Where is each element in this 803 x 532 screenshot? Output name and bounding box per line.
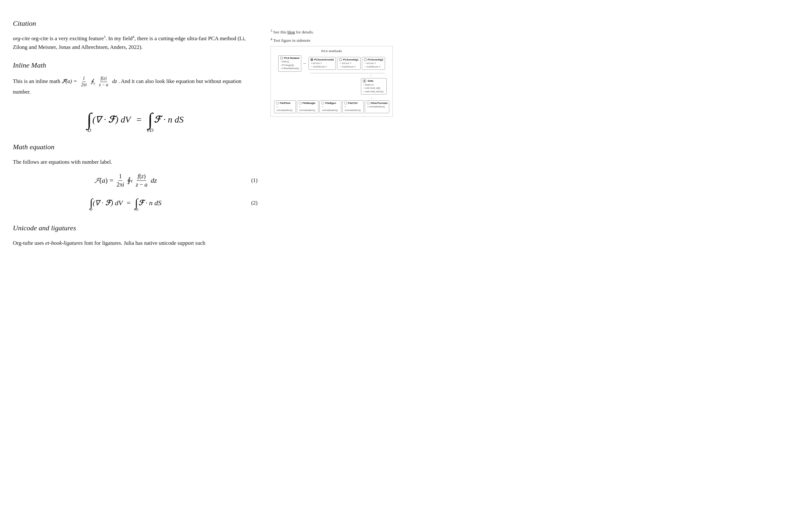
equation-1: 𝓕(a) = 1 2πi ∮γ f(z) z − a dz (1) <box>13 173 258 188</box>
pca-alg1-label: PCAoneAlg1 <box>343 58 358 61</box>
file-csv-item1: normalization() <box>344 105 362 112</box>
data-label: Data <box>368 79 373 82</box>
file-beagle-item1: normalization() <box>299 105 317 112</box>
pca-related-item3: OtherMethods() <box>280 67 299 71</box>
data-item1: Matrix A <box>363 83 385 87</box>
pca-arnold1-icon <box>310 58 313 61</box>
citation-text1: org-cite is a very exciting feature <box>31 35 104 41</box>
unicode-italic1: et-book-ligatures <box>45 240 83 246</box>
other-formats-icon <box>367 102 370 104</box>
pca-alg2-item1: InCore Y <box>364 62 383 65</box>
file-beagle-label: FileBeagle <box>303 102 315 104</box>
unicode-text1: Org-tufte uses <box>13 240 45 246</box>
pca-related-label: PCA Related <box>284 57 299 59</box>
pca-alg1-item1: InCore Y <box>339 62 358 65</box>
pca-alg1-node: PCAoneAlg1 InCore Y OutOfCore Y <box>337 57 360 70</box>
file-plink-icon <box>276 102 279 104</box>
equation-2-number: (2) <box>238 200 258 206</box>
other-formats-item1: normalization() <box>367 105 387 109</box>
unicode-title: Unicode and ligatures <box>13 224 258 232</box>
data-item2: void read_all() <box>363 87 385 90</box>
inline-math-text1: This is an inline math <box>13 78 62 84</box>
sidenote-3-sup: 3 <box>271 28 272 33</box>
math-equation-title: Math equation <box>13 143 258 151</box>
equation-2: x ∫ D (∇ · ℱ) dV = x ∫ ∂D ℱ · n dS (2) <box>13 195 258 211</box>
file-bgen-icon <box>321 102 324 104</box>
main-content: Citation org-cite org-cite is a very exc… <box>13 10 258 253</box>
equation-2-formula: x ∫ D (∇ · ℱ) dV = x ∫ ∂D ℱ · n dS <box>13 195 238 211</box>
sidenote-3-link[interactable]: blog <box>288 30 295 34</box>
inline-math-title: Inline Math <box>13 61 258 70</box>
file-bgen-node: FileBgen normalization() <box>320 100 341 113</box>
sidenote-4: 4 Test figure in sidenote <box>271 37 406 44</box>
unicode-text2: font for ligatures. Julia has native uni… <box>83 240 205 246</box>
display-math-divergence: D ∫ D (∇ · ℱ) dV = ∂D ∫ ∂D ℱ · n dS <box>13 106 258 133</box>
pca-related-icon <box>280 57 283 59</box>
org-cite-text: org-cite <box>13 35 30 41</box>
arrow-left: ← <box>303 61 307 66</box>
citation-body: org-cite org-cite is a very exciting fea… <box>13 34 258 52</box>
file-beagle-node: FileBeagle normalization() <box>297 100 319 113</box>
file-csv-label: FileCSV <box>348 102 358 104</box>
pca-alg1-icon <box>339 58 342 61</box>
pca-diagram-title: PCA methods <box>274 50 389 53</box>
equation-1-formula: 𝓕(a) = 1 2πi ∮γ f(z) z − a dz <box>13 173 238 188</box>
file-plink-item1: normalization() <box>276 105 294 112</box>
inline-formula: 𝓕(a) = 1 2πi ∮γ f(z) z − a dz <box>62 78 118 84</box>
file-plink-label: FilePlink <box>280 102 290 104</box>
sidenote-column: 3 See this blog for details. 4 Test figu… <box>271 10 406 253</box>
inline-math-body: This is an inline math 𝓕(a) = 1 2πi ∮γ f… <box>13 76 258 96</box>
pca-arnold1-item2: OutOfCore Y <box>310 65 334 69</box>
file-csv-node: FileCSV normalization() <box>342 100 364 113</box>
data-icon: A <box>363 79 366 83</box>
unicode-body: Org-tufte uses et-book-ligatures font fo… <box>13 239 258 247</box>
pca-alg2-node: PCAoneAlg2 InCore Y OutOfCore Y <box>362 57 385 70</box>
pca-arnold1-label: PCAoneArnold1 <box>314 58 334 61</box>
sidenote-3-text2: for details. <box>295 30 314 34</box>
data-node: A Data Matrix A void read_all() void rea… <box>361 78 387 95</box>
pca-arnold1-node: PCAoneArnold1 InCore Y OutOfCore Y <box>308 57 336 70</box>
pca-alg2-item2: OutOfCore Y <box>364 65 383 69</box>
sidenote-3: 3 See this blog for details. <box>271 29 406 35</box>
file-csv-icon <box>344 102 347 104</box>
file-plink-node: FilePlink normalization() <box>274 100 296 113</box>
pca-arnold1-item1: InCore Y <box>310 62 334 65</box>
pca-alg1-item2: OutOfCore Y <box>339 65 358 69</box>
file-bgen-item1: normalization() <box>321 105 339 112</box>
sidenote-4-text: Test figure in sidenote <box>273 38 311 43</box>
file-bgen-label: FileBgen <box>325 102 336 104</box>
other-formats-node: OtherFormats normalization() <box>365 100 389 113</box>
math-equation-body: The follows are equations with number la… <box>13 158 258 166</box>
pca-alg2-icon <box>364 58 367 61</box>
pca-related-item1: EMU() <box>280 60 299 64</box>
data-item3: void read_block() <box>363 90 385 94</box>
other-formats-label: OtherFormats <box>370 102 388 104</box>
sidenote-4-sup: 4 <box>271 37 272 40</box>
citation-text2: . In my field <box>106 35 133 41</box>
pca-related-item2: PCAngsd() <box>280 64 299 67</box>
sidenote-3-text1: See this <box>273 30 288 34</box>
pca-related-node: PCA Related EMU() PCAngsd() OtherMethods… <box>278 55 302 72</box>
file-beagle-icon <box>299 102 302 104</box>
page-layout: Citation org-cite org-cite is a very exc… <box>13 10 464 253</box>
citation-title: Citation <box>13 19 258 28</box>
pca-diagram: PCA methods PCA Related EMU() PCAngsd() … <box>271 46 393 117</box>
equation-1-number: (1) <box>238 177 258 184</box>
pca-alg2-label: PCAoneAlg2 <box>368 58 383 61</box>
